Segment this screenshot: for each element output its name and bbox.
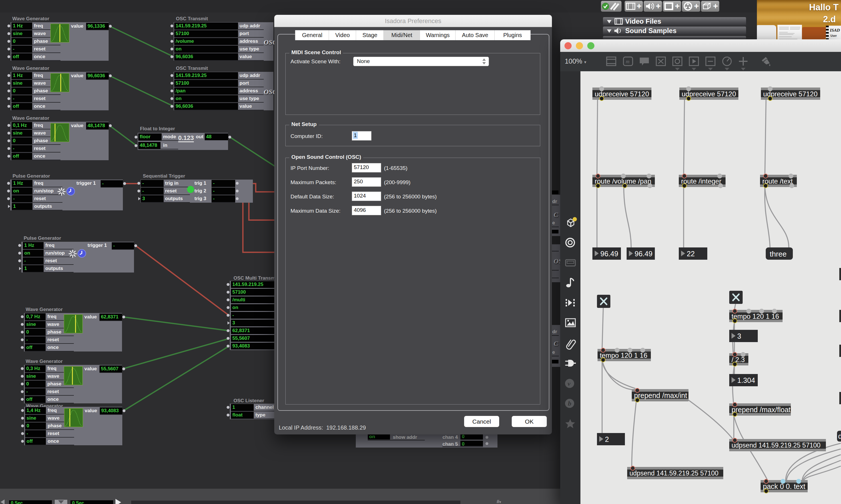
svg-text:+: +: [675, 1, 680, 11]
svg-text:Video Files: Video Files: [625, 17, 661, 25]
svg-text:+: +: [656, 1, 661, 11]
svg-text:+: +: [713, 1, 718, 11]
svg-text:+: +: [694, 1, 699, 11]
svg-text:Sound Samples: Sound Samples: [625, 27, 677, 35]
svg-text:v: v: [568, 380, 570, 387]
svg-text:b: b: [568, 400, 571, 407]
svg-text:+: +: [637, 1, 642, 11]
svg-text:m: m: [626, 59, 629, 65]
